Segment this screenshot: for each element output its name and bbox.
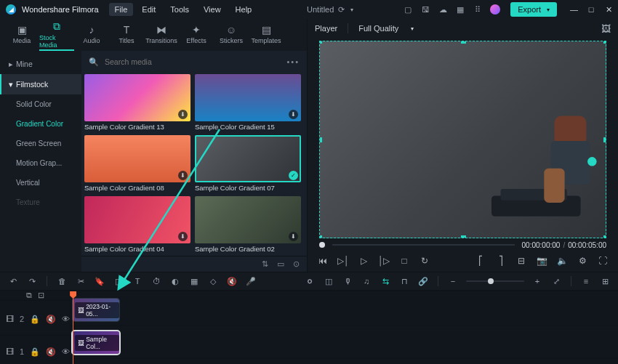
mute-icon[interactable]: 🔇: [46, 347, 56, 357]
volume-button[interactable]: 🔈: [555, 254, 569, 267]
resize-handle[interactable]: [319, 137, 322, 142]
media-item[interactable]: ✓Sample Color Gradient 07: [195, 135, 301, 192]
magnet-button[interactable]: ⊓: [398, 275, 410, 287]
quality-select[interactable]: Full Quality: [358, 24, 399, 33]
step-back-button[interactable]: ▷│: [337, 254, 350, 267]
mixer-button[interactable]: ♫: [361, 275, 372, 287]
loop-button[interactable]: ↻: [418, 254, 431, 267]
sidebar-item-mine[interactable]: ▸Mine: [0, 54, 81, 74]
download-icon[interactable]: ⬇: [178, 110, 188, 119]
layout-icon[interactable]: ▢: [403, 4, 413, 15]
resize-handle[interactable]: [461, 235, 466, 238]
text-button[interactable]: T: [132, 275, 143, 287]
menu-view[interactable]: View: [198, 3, 227, 16]
media-thumbnail[interactable]: ⬇: [84, 196, 190, 243]
clip-sample-color[interactable]: 🖼Sample Col...: [73, 331, 119, 354]
visibility-icon[interactable]: 👁: [62, 347, 70, 356]
crop-button[interactable]: ◫: [113, 275, 124, 287]
search-input[interactable]: [105, 57, 281, 66]
resize-handle[interactable]: [603, 235, 606, 238]
track-video-1[interactable]: 🖼Sample Col...: [71, 326, 618, 359]
menu-tools[interactable]: Tools: [164, 3, 195, 16]
resize-handle[interactable]: [603, 137, 606, 142]
avatar[interactable]: [490, 4, 500, 15]
track-header-video-2[interactable]: 🎞 2 🔒 🔇 👁: [0, 303, 70, 336]
check-icon[interactable]: ✓: [289, 171, 298, 180]
track-manager-button[interactable]: ≡: [580, 275, 592, 287]
clip-button[interactable]: ⊟: [515, 254, 528, 267]
media-item[interactable]: ⬇Sample Color Gradient 04: [84, 196, 190, 253]
title-caret-icon[interactable]: ▾: [350, 7, 353, 13]
tab-audio[interactable]: ♪Audio: [74, 19, 109, 51]
timeline-settings-button[interactable]: ⊞: [599, 275, 611, 287]
resize-handle[interactable]: [603, 41, 606, 44]
media-item[interactable]: ⬇Sample Color Gradient 15: [195, 74, 301, 131]
zoom-fit-button[interactable]: ⤢: [550, 275, 562, 287]
sidebar-item-filmstock[interactable]: ▾Filmstock: [0, 74, 81, 94]
refresh-icon[interactable]: ⟳: [338, 5, 345, 15]
media-thumbnail[interactable]: ✓: [195, 135, 301, 182]
match-icon[interactable]: ⊡: [38, 291, 44, 300]
minimize-button[interactable]: —: [570, 5, 577, 15]
track-audio-1[interactable]: [71, 359, 618, 364]
undo-button[interactable]: ↶: [7, 275, 19, 287]
step-fwd-button[interactable]: │▷: [377, 254, 390, 267]
clip-video[interactable]: 🖼2023-01-05...: [73, 299, 119, 321]
thumb-size-icon[interactable]: ▭: [277, 259, 284, 269]
record-vo-button[interactable]: 🎤: [245, 275, 257, 287]
green-screen-button[interactable]: ▦: [188, 275, 200, 287]
menu-file[interactable]: File: [109, 3, 134, 16]
sort-icon[interactable]: ⇅: [262, 259, 268, 269]
download-icon[interactable]: ⬇: [289, 232, 298, 241]
sidebar-item-motion-graphics[interactable]: Motion Grap...: [0, 153, 81, 173]
media-thumbnail[interactable]: ⬇: [195, 74, 301, 121]
timeline-body[interactable]: 0:0000:00:05:0000:00:10:0000:00:15:0000:…: [71, 291, 618, 364]
sidebar-item-vertical[interactable]: Vertical: [0, 173, 81, 193]
marker-button[interactable]: 🔖: [94, 275, 105, 287]
playhead[interactable]: [73, 291, 73, 364]
menu-edit[interactable]: Edit: [136, 3, 161, 16]
tab-templates[interactable]: ▤Templates: [249, 19, 284, 51]
download-icon[interactable]: ⬇: [289, 110, 298, 119]
grid-icon[interactable]: ▦: [455, 4, 465, 15]
zoom-in-button[interactable]: +: [531, 275, 543, 287]
detach-audio-button[interactable]: 🔇: [226, 275, 238, 287]
media-item[interactable]: ⬇Sample Color Gradient 02: [195, 196, 301, 253]
tab-transitions[interactable]: ⧓Transitions: [144, 19, 179, 51]
settings-button[interactable]: ⚙: [576, 254, 589, 267]
scrub-bar[interactable]: [332, 244, 515, 246]
tab-stock-media[interactable]: ⧉Stock Media: [39, 19, 74, 51]
mark-in-button[interactable]: ⎡: [474, 254, 487, 267]
sidebar-item-solid-color[interactable]: Solid Color: [0, 94, 81, 114]
fullscreen-button[interactable]: ⛶: [596, 254, 609, 267]
auto-ripple-button[interactable]: ⇆: [380, 275, 391, 287]
keyframe-button[interactable]: ◇: [207, 275, 219, 287]
info-icon[interactable]: ⊙: [293, 259, 300, 269]
bullets-icon[interactable]: ⠿: [473, 4, 483, 15]
lock-icon[interactable]: 🔒: [30, 315, 40, 324]
mark-out-button[interactable]: ⎤: [494, 254, 507, 267]
speed-button[interactable]: ⏱: [151, 275, 162, 287]
track-header-video-1[interactable]: 🎞 1 🔒 🔇 👁: [0, 336, 70, 364]
media-thumbnail[interactable]: ⬇: [195, 196, 301, 243]
cut-button[interactable]: ✂: [75, 275, 87, 287]
download-icon[interactable]: ⬇: [178, 232, 188, 241]
close-button[interactable]: ✕: [605, 5, 612, 15]
stop-button[interactable]: □: [398, 254, 411, 267]
render-button[interactable]: ⭘: [304, 275, 316, 287]
zoom-slider[interactable]: [466, 280, 524, 282]
tab-titles[interactable]: TTitles: [109, 19, 144, 51]
more-icon[interactable]: •••: [286, 57, 300, 66]
preview-canvas[interactable]: [319, 41, 606, 238]
maximize-button[interactable]: □: [587, 5, 595, 15]
play-button[interactable]: ▷: [357, 254, 370, 267]
copy-icon[interactable]: ⧉: [26, 291, 32, 300]
resize-handle[interactable]: [461, 41, 466, 44]
sidebar-item-texture[interactable]: Texture: [0, 193, 81, 212]
sidebar-item-gradient-color[interactable]: Gradient Color: [0, 114, 81, 134]
delete-button[interactable]: 🗑: [56, 275, 68, 287]
resize-handle[interactable]: [319, 41, 322, 44]
media-item[interactable]: ⬇Sample Color Gradient 08: [84, 135, 190, 192]
tab-effects[interactable]: ✦Effects: [179, 19, 214, 51]
link-button[interactable]: 🔗: [417, 275, 429, 287]
